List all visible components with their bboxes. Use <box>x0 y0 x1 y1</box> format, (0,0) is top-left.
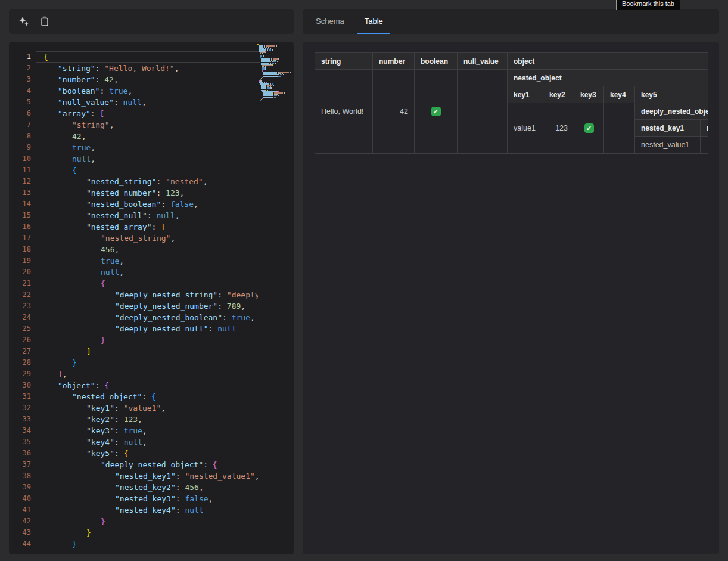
line-number: 39 <box>9 482 31 493</box>
line-number: 15 <box>9 210 31 221</box>
code-line[interactable]: 31"nested_object": { <box>9 391 294 402</box>
code-line[interactable]: 22"deeply_nested_string": "deeply_nested… <box>9 289 294 300</box>
code-line[interactable]: 2"string": "Hello, World!", <box>9 63 294 74</box>
line-number: 36 <box>9 448 31 459</box>
line-number: 21 <box>9 278 31 289</box>
code-line[interactable]: 32"key1": "value1", <box>9 402 294 414</box>
code-line[interactable]: 44} <box>9 538 294 550</box>
line-number: 9 <box>9 142 31 153</box>
line-number: 8 <box>9 131 31 142</box>
sparkles-icon[interactable] <box>18 16 29 27</box>
line-number: 24 <box>9 312 31 323</box>
line-number: 6 <box>9 108 31 119</box>
code-line[interactable]: 42} <box>9 516 294 527</box>
line-number: 40 <box>9 493 31 504</box>
code-line[interactable]: 13"nested_number": 123, <box>9 187 294 199</box>
code-line[interactable]: 12"nested_string": "nested", <box>9 176 294 187</box>
code-line[interactable]: 35"key4": null, <box>9 436 294 448</box>
code-line[interactable]: 21{ <box>9 278 294 289</box>
code-line[interactable]: 14"nested_boolean": false, <box>9 199 294 210</box>
code-line[interactable]: 5"null_value": null, <box>9 97 294 108</box>
line-number: 14 <box>9 199 31 210</box>
line-number: 33 <box>9 414 31 425</box>
code-line[interactable]: 7"string", <box>9 119 294 131</box>
code-line[interactable]: 41"nested_key4": null <box>9 504 294 516</box>
line-number: 22 <box>9 289 31 300</box>
header-nested-key2: nested_key2 <box>701 120 708 137</box>
tab-schema[interactable]: Schema <box>309 9 351 34</box>
cell-object: nested_object key1 key2 key3 key4 key5 v… <box>508 70 708 154</box>
line-number: 30 <box>9 380 31 391</box>
code-line[interactable]: 24"deeply_nested_boolean": true, <box>9 312 294 323</box>
code-line[interactable]: 23"deeply_nested_number": 789, <box>9 300 294 312</box>
line-number: 27 <box>9 346 31 357</box>
header-nested-object: nested_object <box>508 70 708 86</box>
json-editor[interactable]: 1{2"string": "Hello, World!",3"number": … <box>9 42 294 554</box>
tab-table[interactable]: Table <box>357 9 390 34</box>
code-line[interactable]: 3"number": 42, <box>9 74 294 85</box>
code-line[interactable]: 26} <box>9 334 294 346</box>
header-boolean: boolean <box>415 53 458 70</box>
code-line[interactable]: 33"key2": 123, <box>9 414 294 425</box>
line-number: 4 <box>9 85 31 97</box>
header-null-value: null_value <box>458 53 508 70</box>
line-number: 13 <box>9 187 31 199</box>
sparkles-icon <box>18 16 29 27</box>
code-line[interactable]: 39"nested_key2": 456, <box>9 482 294 493</box>
table-value-row: Hello, World! 42 nested_object key1 key2… <box>315 70 708 154</box>
code-line[interactable]: 20null, <box>9 266 294 278</box>
code-line[interactable]: 4"boolean": true, <box>9 85 294 97</box>
code-line[interactable]: 34"key3": true, <box>9 425 294 436</box>
code-line[interactable]: 27] <box>9 346 294 357</box>
cell-nested-key1: nested_value1 <box>635 137 701 153</box>
code-line[interactable]: 25"deeply_nested_null": null <box>9 323 294 334</box>
editor-toolbar <box>9 9 294 34</box>
cell-number: 42 <box>373 70 415 154</box>
line-number: 31 <box>9 391 31 402</box>
line-number: 10 <box>9 153 31 165</box>
header-key2: key2 <box>543 86 574 103</box>
code-line[interactable]: 6"array": [ <box>9 108 294 119</box>
line-number: 44 <box>9 538 31 550</box>
table-scroll-area[interactable]: string number boolean null_value object … <box>315 52 708 154</box>
code-line[interactable]: 30"object": { <box>9 380 294 391</box>
line-number: 41 <box>9 504 31 516</box>
header-number: number <box>373 53 415 70</box>
line-number: 23 <box>9 300 31 312</box>
line-number: 43 <box>9 527 31 538</box>
code-line[interactable]: 842, <box>9 131 294 142</box>
line-number: 38 <box>9 470 31 482</box>
code-line[interactable]: 40"nested_key3": false, <box>9 493 294 504</box>
cell-key1: value1 <box>508 103 543 153</box>
code-line[interactable]: 43} <box>9 527 294 538</box>
code-line[interactable]: 10null, <box>9 153 294 165</box>
code-line[interactable]: 36"key5": { <box>9 448 294 459</box>
code-line[interactable]: 28} <box>9 357 294 368</box>
line-number: 29 <box>9 368 31 380</box>
line-number: 2 <box>9 63 31 74</box>
nested-object-table: nested_object key1 key2 key3 key4 key5 v… <box>508 70 708 153</box>
code-line[interactable]: 19true, <box>9 255 294 266</box>
line-number: 18 <box>9 244 31 255</box>
deeply-nested-object-table: deeply_nested_object nested_key1 nested_… <box>635 103 708 153</box>
line-number: 17 <box>9 233 31 244</box>
editor-minimap[interactable] <box>257 44 292 101</box>
code-line[interactable]: 29], <box>9 368 294 380</box>
code-line[interactable]: 11{ <box>9 165 294 176</box>
line-number: 28 <box>9 357 31 368</box>
cell-key4 <box>604 103 635 153</box>
clipboard-icon[interactable] <box>40 16 49 27</box>
code-line[interactable]: 1{ <box>9 51 294 63</box>
code-line[interactable]: 16"nested_array": [ <box>9 221 294 233</box>
code-line[interactable]: 17"nested_string", <box>9 233 294 244</box>
code-line[interactable]: 9true, <box>9 142 294 153</box>
bookmark-tooltip: Bookmark this tab <box>616 0 680 10</box>
code-line[interactable]: 37"deeply_nested_object": { <box>9 459 294 470</box>
code-line[interactable]: 15"nested_null": null, <box>9 210 294 221</box>
line-number: 26 <box>9 334 31 346</box>
header-key3: key3 <box>574 86 604 103</box>
line-number: 20 <box>9 266 31 278</box>
code-lines[interactable]: 1{2"string": "Hello, World!",3"number": … <box>9 42 294 550</box>
code-line[interactable]: 18456, <box>9 244 294 255</box>
code-line[interactable]: 38"nested_key1": "nested_value1", <box>9 470 294 482</box>
